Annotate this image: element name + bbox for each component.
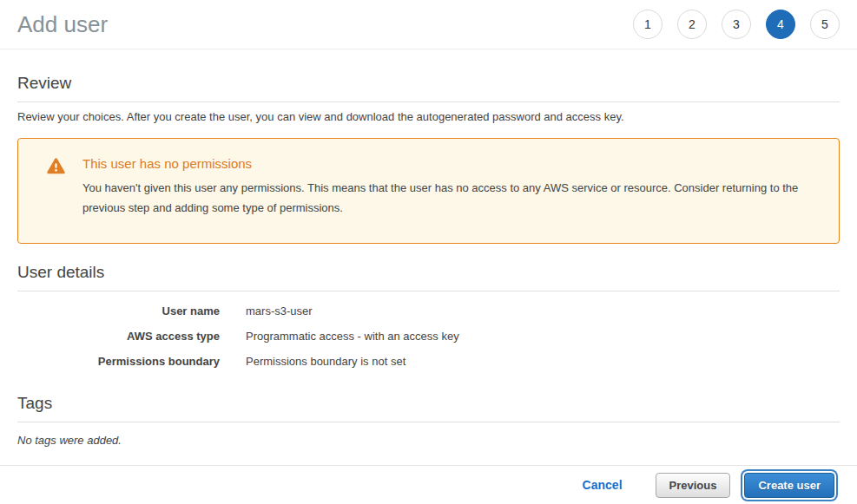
warning-body: You haven't given this user any permissi… bbox=[82, 178, 821, 218]
previous-button[interactable]: Previous bbox=[656, 473, 731, 498]
wizard-footer: Cancel Previous Create user bbox=[0, 465, 857, 504]
detail-value: Permissions boundary is not set bbox=[246, 355, 405, 368]
review-section-heading: Review bbox=[17, 74, 840, 102]
detail-row-user-name: User name mars-s3-user bbox=[17, 304, 840, 317]
detail-value: Programmatic access - with an access key bbox=[246, 330, 459, 343]
detail-label: Permissions boundary bbox=[17, 355, 220, 368]
detail-row-access-type: AWS access type Programmatic access - wi… bbox=[17, 330, 840, 343]
detail-row-permissions-boundary: Permissions boundary Permissions boundar… bbox=[17, 355, 840, 368]
user-details-section-heading: User details bbox=[17, 263, 840, 291]
detail-label: User name bbox=[17, 304, 220, 317]
no-permissions-warning-banner: This user has no permissions You haven't… bbox=[17, 138, 840, 244]
step-2: 2 bbox=[677, 10, 707, 39]
step-5: 5 bbox=[810, 10, 840, 39]
user-details-table: User name mars-s3-user AWS access type P… bbox=[17, 304, 840, 368]
review-description: Review your choices. After you create th… bbox=[17, 110, 840, 123]
tags-section-heading: Tags bbox=[17, 394, 840, 422]
wizard-header: Add user 1 2 3 4 5 bbox=[0, 0, 857, 49]
warning-title: This user has no permissions bbox=[82, 156, 821, 171]
create-user-button[interactable]: Create user bbox=[744, 473, 834, 498]
page-title: Add user bbox=[17, 11, 108, 38]
cancel-link[interactable]: Cancel bbox=[583, 478, 623, 492]
warning-triangle-icon bbox=[36, 156, 65, 226]
add-user-page: Add user 1 2 3 4 5 Review Review your ch… bbox=[0, 0, 857, 504]
step-3: 3 bbox=[722, 10, 751, 39]
tags-empty-message: No tags were added. bbox=[17, 434, 840, 447]
main-content: Review Review your choices. After you cr… bbox=[0, 74, 857, 447]
detail-value: mars-s3-user bbox=[246, 304, 313, 317]
detail-label: AWS access type bbox=[17, 330, 220, 343]
step-indicator: 1 2 3 4 5 bbox=[633, 10, 840, 39]
step-4-active: 4 bbox=[766, 10, 795, 39]
warning-text: This user has no permissions You haven't… bbox=[82, 156, 821, 226]
step-1: 1 bbox=[633, 10, 663, 39]
